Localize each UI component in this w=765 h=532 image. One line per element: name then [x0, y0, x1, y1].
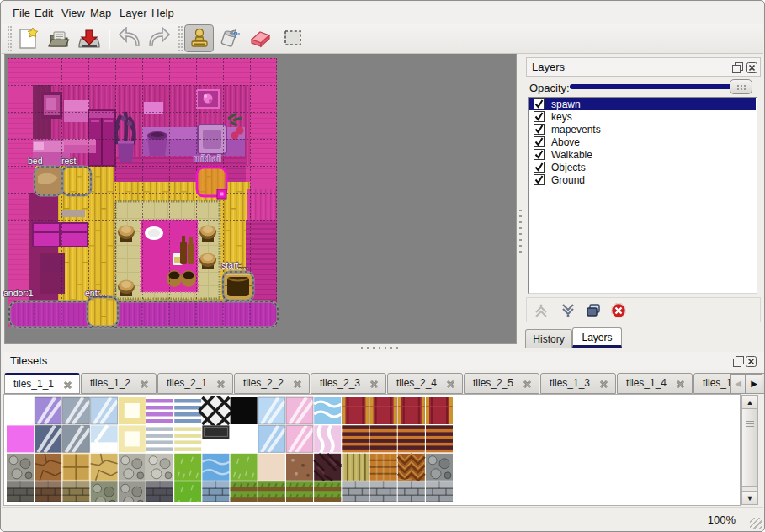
svg-text:rest: rest	[61, 156, 77, 166]
svg-text:entr...: entr...	[85, 288, 107, 298]
svg-text:andor:1: andor:1	[3, 288, 34, 298]
svg-text:bed: bed	[28, 156, 43, 166]
svg-text:start:...: start:...	[221, 260, 248, 270]
svg-text:mikhail: mikhail	[194, 153, 221, 163]
